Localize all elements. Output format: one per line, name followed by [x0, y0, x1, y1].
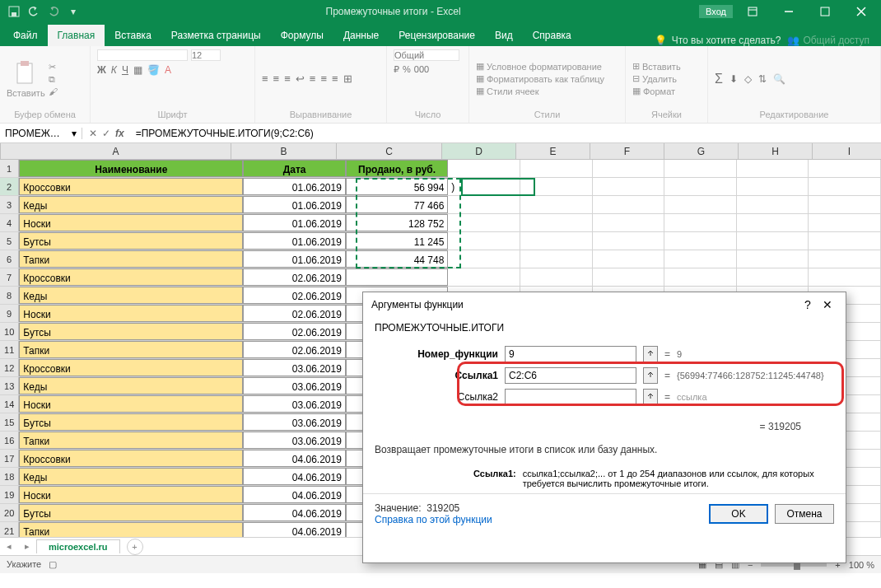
- column-header[interactable]: G: [664, 143, 739, 159]
- arg2-input[interactable]: [505, 367, 636, 384]
- cell[interactable]: [520, 196, 593, 213]
- cell[interactable]: [737, 232, 809, 250]
- cell[interactable]: [593, 250, 665, 268]
- tell-me-search[interactable]: 💡Что вы хотите сделать?: [655, 35, 781, 46]
- cell[interactable]: [448, 232, 520, 250]
- cell[interactable]: [664, 178, 737, 195]
- cell[interactable]: 03.06.2019: [243, 413, 346, 431]
- cell-styles-button[interactable]: ▦ Стили ячеек: [476, 86, 604, 96]
- column-header[interactable]: D: [442, 143, 516, 159]
- cell[interactable]: 03.06.2019: [243, 377, 346, 394]
- tab-home[interactable]: Главная: [48, 25, 105, 46]
- cell[interactable]: [520, 178, 593, 195]
- zoom-level[interactable]: 100 %: [849, 560, 874, 570]
- cell[interactable]: Тапки: [19, 341, 243, 358]
- cell[interactable]: Носки: [19, 214, 243, 231]
- add-sheet-button[interactable]: +: [127, 539, 143, 555]
- sheet-tab[interactable]: microexcel.ru: [36, 539, 120, 553]
- row-header[interactable]: 20: [0, 504, 19, 521]
- row-header[interactable]: 7: [0, 268, 19, 286]
- arg1-ref-button[interactable]: [643, 346, 658, 362]
- cell[interactable]: [664, 214, 737, 231]
- cell[interactable]: 02.06.2019: [243, 341, 346, 358]
- cell[interactable]: Бутсы: [19, 232, 243, 250]
- dialog-help-icon[interactable]: ?: [798, 298, 818, 311]
- format-painter-icon[interactable]: 🖌: [49, 86, 58, 96]
- cell[interactable]: Кеды: [19, 377, 243, 394]
- number-format-select[interactable]: [394, 49, 459, 61]
- cell[interactable]: [520, 250, 593, 268]
- tab-file[interactable]: Файл: [3, 25, 48, 46]
- cell[interactable]: ): [448, 178, 520, 195]
- row-header[interactable]: 16: [0, 432, 19, 449]
- cancel-formula-icon[interactable]: ✕: [89, 128, 97, 139]
- cancel-button[interactable]: Отмена: [775, 504, 834, 524]
- arg3-ref-button[interactable]: [643, 389, 658, 405]
- cell[interactable]: [809, 196, 881, 213]
- cell[interactable]: [809, 160, 881, 177]
- macro-record-icon[interactable]: ▢: [49, 559, 57, 569]
- cell[interactable]: 04.06.2019: [243, 522, 346, 537]
- cell[interactable]: 02.06.2019: [243, 305, 346, 322]
- row-header[interactable]: 18: [0, 468, 19, 485]
- column-header[interactable]: B: [231, 143, 337, 159]
- cell[interactable]: [448, 250, 520, 268]
- cell[interactable]: Кроссовки: [19, 268, 243, 286]
- border-button[interactable]: ▦: [133, 64, 142, 76]
- align-top-icon[interactable]: ≡: [262, 72, 268, 85]
- close-icon[interactable]: [845, 0, 878, 23]
- currency-icon[interactable]: ₽: [394, 64, 399, 75]
- find-icon[interactable]: 🔍: [773, 73, 785, 85]
- cell[interactable]: [520, 232, 593, 250]
- font-color-button[interactable]: А: [165, 64, 171, 76]
- font-name-select[interactable]: [97, 49, 188, 61]
- cell[interactable]: 02.06.2019: [243, 268, 346, 286]
- cell[interactable]: 01.06.2019: [243, 250, 346, 268]
- row-header[interactable]: 13: [0, 377, 19, 394]
- zoom-slider[interactable]: [761, 563, 827, 567]
- row-header[interactable]: 21: [0, 522, 19, 537]
- bold-button[interactable]: Ж: [97, 64, 106, 76]
- column-header[interactable]: A: [1, 143, 231, 159]
- cell[interactable]: Бутсы: [19, 323, 243, 340]
- cell[interactable]: [809, 178, 881, 195]
- cell[interactable]: Тапки: [19, 250, 243, 268]
- cell[interactable]: [809, 250, 881, 268]
- tab-layout[interactable]: Разметка страницы: [161, 25, 271, 46]
- conditional-formatting-button[interactable]: ▦ Условное форматирование: [476, 61, 604, 72]
- cell[interactable]: 01.06.2019: [243, 178, 346, 195]
- column-header[interactable]: H: [739, 143, 813, 159]
- cell[interactable]: [664, 196, 737, 213]
- minimize-icon[interactable]: [772, 0, 805, 23]
- align-mid-icon[interactable]: ≡: [273, 72, 280, 85]
- copy-icon[interactable]: ⧉: [49, 74, 58, 85]
- maximize-icon[interactable]: [809, 0, 841, 23]
- cell[interactable]: [448, 268, 520, 286]
- save-icon[interactable]: [5, 2, 23, 21]
- cell[interactable]: Кеды: [19, 196, 243, 213]
- row-header[interactable]: 10: [0, 323, 19, 340]
- qat-customize-icon[interactable]: ▾: [64, 2, 82, 21]
- row-header[interactable]: 11: [0, 341, 19, 358]
- cell[interactable]: [448, 214, 520, 231]
- cell[interactable]: [593, 268, 665, 286]
- percent-icon[interactable]: %: [403, 64, 411, 75]
- cell[interactable]: [664, 268, 737, 286]
- row-header[interactable]: 19: [0, 486, 19, 503]
- format-as-table-button[interactable]: ▦ Форматировать как таблицу: [476, 73, 604, 84]
- fill-color-button[interactable]: 🪣: [147, 64, 160, 76]
- insert-cells-button[interactable]: ⊞ Вставить: [632, 61, 681, 72]
- cell[interactable]: [520, 214, 593, 231]
- cell[interactable]: [448, 196, 520, 213]
- cell[interactable]: 02.06.2019: [243, 287, 346, 304]
- row-header[interactable]: 9: [0, 305, 19, 322]
- ok-button[interactable]: OK: [709, 504, 768, 524]
- cell[interactable]: Кеды: [19, 287, 243, 304]
- row-header[interactable]: 6: [0, 250, 19, 268]
- row-header[interactable]: 5: [0, 232, 19, 250]
- sheet-nav-next[interactable]: ▸: [18, 541, 36, 552]
- cell[interactable]: 03.06.2019: [243, 395, 346, 413]
- cell[interactable]: [737, 196, 809, 213]
- cell[interactable]: Бутсы: [19, 504, 243, 521]
- cell[interactable]: [737, 268, 809, 286]
